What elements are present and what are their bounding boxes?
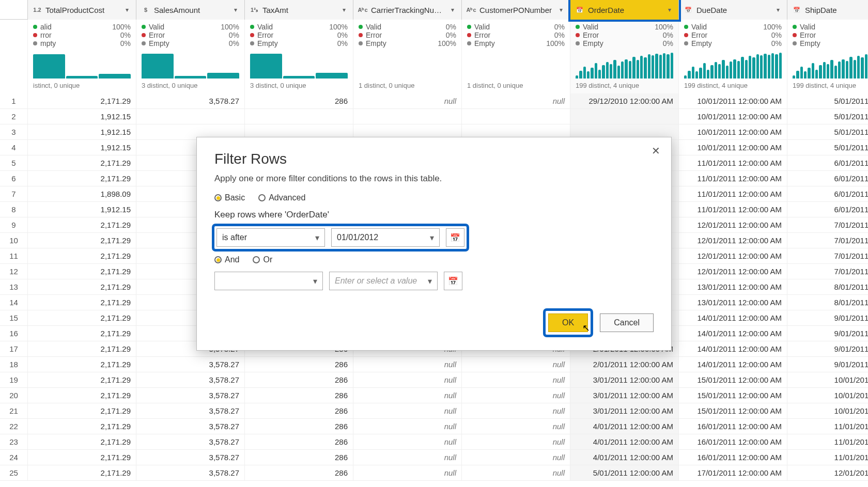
column-header-duedate[interactable]: 📅 DueDate: [679, 0, 787, 20]
chevron-down-icon[interactable]: [231, 5, 240, 14]
cell[interactable]: 7/01/2011 12:00: [787, 233, 868, 248]
cell[interactable]: 14/01/2011 12:00:00 AM: [679, 357, 787, 372]
cell[interactable]: 286: [245, 450, 353, 465]
cell[interactable]: 286: [245, 372, 353, 387]
cell[interactable]: null: [353, 357, 462, 372]
cell[interactable]: 12/01/2011 12:00:00 AM: [679, 264, 787, 279]
cell[interactable]: 11/01/2011 12:0: [787, 419, 868, 434]
value-2-input[interactable]: Enter or select a value: [329, 272, 438, 290]
cell[interactable]: null: [462, 434, 570, 449]
cell[interactable]: 7/01/2011 12:00: [787, 264, 868, 279]
cell[interactable]: 2,171.29: [28, 155, 136, 170]
chevron-down-icon[interactable]: [448, 5, 457, 14]
cell[interactable]: 3,578.27: [136, 403, 245, 418]
cell[interactable]: 8/01/2011 12:00: [787, 279, 868, 294]
cell[interactable]: 13/01/2011 12:00:00 AM: [679, 295, 787, 310]
chevron-down-icon[interactable]: [122, 5, 132, 14]
cell[interactable]: [136, 109, 245, 124]
radio-basic[interactable]: Basic: [214, 193, 245, 202]
cell[interactable]: 5/01/2011 12:00:00 AM: [570, 465, 679, 480]
cell[interactable]: 9/01/2011 12:00: [787, 310, 868, 325]
cell[interactable]: null: [462, 403, 570, 418]
cell[interactable]: 286: [245, 357, 353, 372]
cell[interactable]: 4/01/2011 12:00:00 AM: [570, 450, 679, 465]
cell[interactable]: 12/01/2011 12:00:00 AM: [679, 248, 787, 263]
radio-and[interactable]: And: [214, 255, 239, 264]
chevron-down-icon[interactable]: [339, 5, 349, 14]
cell[interactable]: 5/01/2011 12:00: [787, 93, 868, 108]
operator-2-select[interactable]: [214, 272, 323, 290]
cell[interactable]: null: [462, 93, 570, 108]
cell[interactable]: 5/01/2011 12:00: [787, 109, 868, 124]
cell[interactable]: 1,898.09: [28, 186, 136, 201]
cell[interactable]: 3,578.27: [136, 465, 245, 480]
cell[interactable]: 6/01/2011 12:00: [787, 186, 868, 201]
cell[interactable]: 14/01/2011 12:00:00 AM: [679, 341, 787, 356]
column-header-taxamt[interactable]: 1²₃ TaxAmt: [245, 0, 353, 20]
cell[interactable]: 3,578.27: [136, 419, 245, 434]
cell[interactable]: null: [462, 465, 570, 480]
cell[interactable]: 2,171.29: [28, 419, 136, 434]
cancel-button[interactable]: Cancel: [600, 313, 654, 332]
cell[interactable]: null: [353, 434, 462, 449]
column-header-salesamount[interactable]: $ SalesAmount: [136, 0, 245, 20]
cell[interactable]: null: [462, 372, 570, 387]
cell[interactable]: null: [353, 93, 462, 108]
ok-button[interactable]: OK: [548, 313, 588, 332]
cell[interactable]: 2,171.29: [28, 450, 136, 465]
operator-1-select[interactable]: is after: [216, 228, 325, 247]
cell[interactable]: 4/01/2011 12:00:00 AM: [570, 419, 679, 434]
radio-advanced[interactable]: Advanced: [258, 193, 305, 202]
cell[interactable]: 2,171.29: [28, 279, 136, 294]
cell[interactable]: 286: [245, 434, 353, 449]
table-row[interactable]: 232,171.293,578.27286nullnull4/01/2011 1…: [0, 434, 868, 450]
cell[interactable]: 2,171.29: [28, 233, 136, 248]
cell[interactable]: 10/01/2011 12:0: [787, 403, 868, 418]
cell[interactable]: 2,171.29: [28, 434, 136, 449]
cell[interactable]: 8/01/2011 12:00: [787, 295, 868, 310]
cell[interactable]: 7/01/2011 12:00: [787, 217, 868, 232]
cell[interactable]: [353, 109, 462, 124]
cell[interactable]: 1,912.15: [28, 140, 136, 155]
cell[interactable]: null: [353, 465, 462, 480]
cell[interactable]: 10/01/2011 12:00:00 AM: [679, 140, 787, 155]
radio-or[interactable]: Or: [253, 255, 272, 264]
cell[interactable]: 10/01/2011 12:0: [787, 372, 868, 387]
cell[interactable]: 286: [245, 465, 353, 480]
cell[interactable]: 3,578.27: [136, 372, 245, 387]
cell[interactable]: 2,171.29: [28, 403, 136, 418]
cell[interactable]: 3,578.27: [136, 357, 245, 372]
calendar-1-button[interactable]: 📅: [446, 228, 464, 247]
cell[interactable]: 3,578.27: [136, 450, 245, 465]
cell[interactable]: 11/01/2011 12:0: [787, 434, 868, 449]
table-row[interactable]: 12,171.293,578.27286nullnull29/12/2010 1…: [0, 93, 868, 109]
cell[interactable]: 9/01/2011 12:00: [787, 326, 868, 341]
cell[interactable]: 3/01/2011 12:00:00 AM: [570, 372, 679, 387]
cell[interactable]: 11/01/2011 12:00:00 AM: [679, 155, 787, 170]
cell[interactable]: 29/12/2010 12:00:00 AM: [570, 93, 679, 108]
column-header-customerponumber[interactable]: Aᵇc CustomerPONumber: [462, 0, 570, 20]
cell[interactable]: 286: [245, 419, 353, 434]
cell[interactable]: 3,578.27: [136, 388, 245, 403]
cell[interactable]: null: [353, 372, 462, 387]
cell[interactable]: 286: [245, 403, 353, 418]
cell[interactable]: 2,171.29: [28, 248, 136, 263]
cell[interactable]: 10/01/2011 12:00:00 AM: [679, 124, 787, 139]
cell[interactable]: 9/01/2011 12:00: [787, 341, 868, 356]
column-header-shipdate[interactable]: 📅 ShipDate: [787, 0, 868, 20]
cell[interactable]: null: [353, 450, 462, 465]
cell[interactable]: [245, 109, 353, 124]
cell[interactable]: 11/01/2011 12:00:00 AM: [679, 171, 787, 186]
cell[interactable]: 10/01/2011 12:00:00 AM: [679, 109, 787, 124]
cell[interactable]: 16/01/2011 12:00:00 AM: [679, 434, 787, 449]
column-header-carriertrackingnumber[interactable]: Aᵇc CarrierTrackingNumber: [353, 0, 462, 20]
cell[interactable]: 16/01/2011 12:00:00 AM: [679, 419, 787, 434]
cell[interactable]: 12/01/2011 12:00:00 AM: [679, 217, 787, 232]
cell[interactable]: 2,171.29: [28, 217, 136, 232]
cell[interactable]: null: [462, 450, 570, 465]
cell[interactable]: 2,171.29: [28, 341, 136, 356]
cell[interactable]: 10/01/2011 12:00:00 AM: [679, 93, 787, 108]
column-header-totalproductcost[interactable]: 1.2 TotalProductCost: [28, 0, 136, 20]
table-row[interactable]: 212,171.293,578.27286nullnull3/01/2011 1…: [0, 403, 868, 419]
cell[interactable]: 2,171.29: [28, 310, 136, 325]
